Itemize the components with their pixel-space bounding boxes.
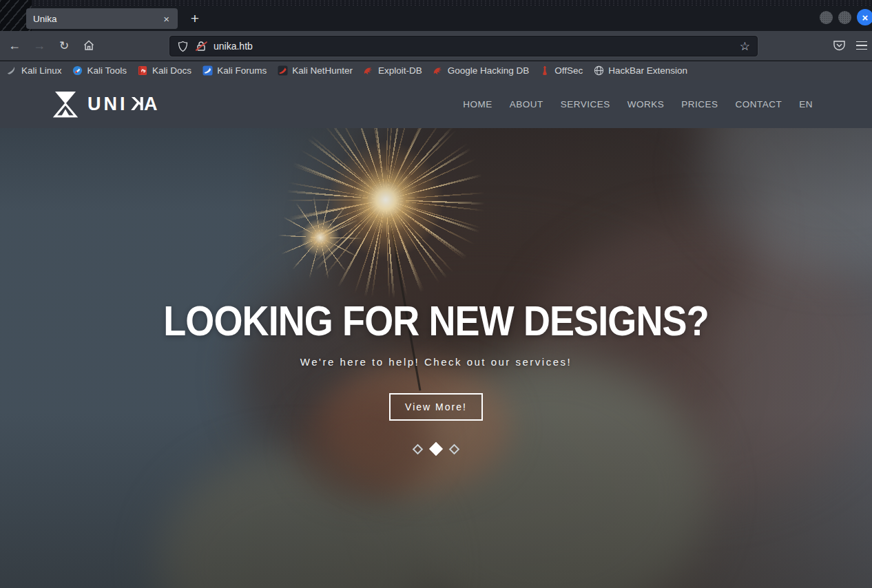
menu-button[interactable] — [853, 36, 871, 54]
bookmark-kali-nethunter[interactable]: Kali NetHunter — [277, 65, 353, 76]
home-button[interactable] — [79, 35, 99, 56]
unika-hourglass-icon — [52, 90, 79, 118]
window-minimize-button[interactable] — [820, 11, 833, 24]
window-close-button[interactable]: × — [857, 9, 872, 25]
nav-about[interactable]: ABOUT — [510, 99, 543, 109]
navigation-toolbar: ← → ↻ unika.htb ☆ — [0, 31, 872, 61]
bookmark-kali-linux[interactable]: Kali Linux — [6, 65, 62, 76]
bookmark-google-hacking-db[interactable]: Google Hacking DB — [433, 65, 530, 76]
screen: Unika × + × ← → ↻ — [0, 0, 872, 588]
carousel-dot[interactable] — [413, 443, 424, 454]
carousel-dot[interactable] — [449, 443, 460, 454]
url-bar[interactable]: unika.htb ☆ — [169, 36, 758, 56]
nav-works[interactable]: WORKS — [627, 99, 665, 109]
window-controls: × — [820, 9, 869, 25]
offsec-icon — [539, 65, 550, 76]
bookmark-kali-docs[interactable]: Kali Docs — [137, 65, 191, 76]
google-hacking-db-icon — [433, 65, 444, 76]
exploit-db-icon — [363, 65, 374, 76]
carousel-dot-active[interactable] — [429, 442, 443, 456]
pocket-button[interactable] — [829, 35, 849, 56]
kali-docs-icon — [137, 65, 148, 76]
nav-prices[interactable]: PRICES — [681, 99, 718, 109]
kali-linux-icon — [6, 65, 17, 76]
tracking-shield-icon[interactable] — [177, 41, 189, 52]
bookmark-offsec[interactable]: OffSec — [539, 65, 583, 76]
url-text[interactable]: unika.htb — [214, 41, 734, 52]
pocket-icon — [833, 39, 846, 52]
bookmark-exploit-db[interactable]: Exploit-DB — [363, 65, 422, 76]
insecure-lock-icon[interactable] — [196, 41, 207, 52]
hero-heading: LOOKING FOR NEW DESIGNS? — [50, 297, 822, 345]
window-maximize-button[interactable] — [838, 11, 851, 24]
home-icon — [83, 39, 95, 52]
kali-tools-icon — [72, 65, 83, 76]
tab-close-icon[interactable]: × — [162, 13, 171, 25]
forward-button[interactable]: → — [29, 35, 50, 56]
hero-section: LOOKING FOR NEW DESIGNS? We're here to h… — [0, 128, 872, 588]
bookmark-star-icon[interactable]: ☆ — [740, 39, 750, 54]
nav-services[interactable]: SERVICES — [561, 99, 610, 109]
site-logo[interactable]: UNIKA — [52, 90, 160, 118]
hero-content: LOOKING FOR NEW DESIGNS? We're here to h… — [0, 128, 872, 588]
back-button[interactable]: ← — [4, 35, 25, 56]
hamburger-icon — [856, 41, 867, 43]
bookmark-kali-tools[interactable]: Kali Tools — [72, 65, 127, 76]
carousel-indicators — [0, 441, 872, 456]
nav-language-en[interactable]: EN — [799, 99, 813, 109]
site-nav: HOME ABOUT SERVICES WORKS PRICES CONTACT… — [446, 99, 813, 109]
site-logo-text: UNIKA — [87, 94, 160, 115]
hero-subheading: We're here to help! Check out our servic… — [0, 356, 872, 368]
new-tab-button[interactable]: + — [185, 8, 205, 29]
kali-nethunter-icon — [277, 65, 288, 76]
nav-home[interactable]: HOME — [463, 99, 492, 109]
bookmark-kali-forums[interactable]: Kali Forums — [202, 65, 267, 76]
desktop-background-strip — [0, 0, 872, 6]
tab-bar: Unika × + × — [0, 6, 872, 31]
window-close-icon: × — [862, 12, 869, 23]
bookmarks-bar: Kali Linux Kali Tools Kali Docs Kali For… — [0, 61, 872, 80]
kali-forums-icon — [202, 65, 213, 76]
nav-contact[interactable]: CONTACT — [735, 99, 782, 109]
tab-title: Unika — [33, 14, 162, 24]
view-more-button[interactable]: View More! — [389, 393, 483, 421]
hackbar-globe-icon — [593, 65, 604, 76]
reload-button[interactable]: ↻ — [54, 35, 74, 56]
bookmark-hackbar-extension[interactable]: HackBar Extension — [593, 65, 687, 76]
site-header: UNIKA HOME ABOUT SERVICES WORKS PRICES C… — [0, 80, 872, 128]
browser-tab-unika[interactable]: Unika × — [26, 8, 178, 29]
